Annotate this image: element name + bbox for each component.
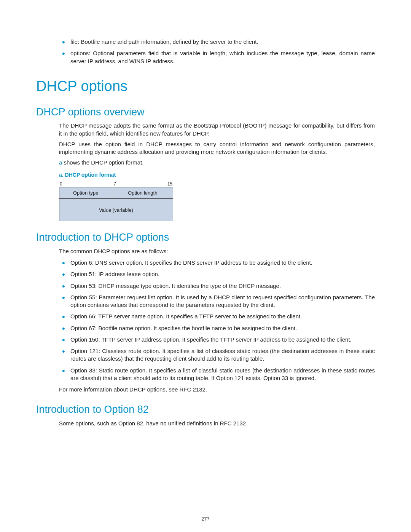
top-bullets: file: Bootfile name and path information… xyxy=(59,38,375,65)
list-item: Option 6: DNS server option. It specifie… xyxy=(59,259,375,267)
list-item: Option 121: Classless route option. It s… xyxy=(59,347,375,363)
list-item: Option 51: IP address lease option. xyxy=(59,270,375,278)
list-item: Option 66: TFTP server name option. It s… xyxy=(59,313,375,320)
diagram-ruler: 0 7 15 xyxy=(59,181,173,187)
list-item: Option 67: Bootfile name option. It spec… xyxy=(59,324,375,332)
paragraph: a shows the DHCP option format. xyxy=(59,159,375,166)
cell-option-length: Option length xyxy=(112,187,173,199)
overview-body: The DHCP message adopts the same format … xyxy=(59,122,375,166)
ruler-7: 7 xyxy=(113,181,116,187)
list-item: Option 55: Parameter request list option… xyxy=(59,294,375,309)
diagram-caption: a. DHCP option format xyxy=(59,171,375,179)
intro-options-body: The common DHCP options are as follows: … xyxy=(59,248,375,394)
top-bullet-block: file: Bootfile name and path information… xyxy=(59,38,375,65)
paragraph: For more information about DHCP options,… xyxy=(59,386,375,393)
heading-overview: DHCP options overview xyxy=(36,105,375,119)
option-82-body: Some options, such as Option 82, have no… xyxy=(59,420,375,427)
list-item: Option 33: Static route option. It speci… xyxy=(59,367,375,382)
option-format-diagram: 0 7 15 Option type Option length Value (… xyxy=(59,181,173,222)
paragraph: Some options, such as Option 82, have no… xyxy=(59,420,375,427)
heading-intro-options: Introduction to DHCP options xyxy=(36,230,375,244)
paragraph: DHCP uses the option field in DHCP messa… xyxy=(59,141,375,156)
paragraph: The common DHCP options are as follows: xyxy=(59,248,375,255)
list-item: Option 150: TFTP server IP address optio… xyxy=(59,336,375,343)
paragraph-text: shows the DHCP option format. xyxy=(62,159,143,166)
list-item: Option 53: DHCP message type option. It … xyxy=(59,282,375,290)
options-list: Option 6: DNS server option. It specifie… xyxy=(59,259,375,382)
heading-dhcp-options: DHCP options xyxy=(36,77,375,96)
page-number: 277 xyxy=(0,516,411,522)
cell-value: Value (variable) xyxy=(59,199,173,221)
diagram-table: Option type Option length Value (variabl… xyxy=(59,187,173,222)
list-item: file: Bootfile name and path information… xyxy=(59,38,375,46)
list-item: options: Optional parameters field that … xyxy=(59,50,375,65)
page: file: Bootfile name and path information… xyxy=(0,0,411,532)
cell-option-type: Option type xyxy=(59,187,112,199)
ruler-15: 15 xyxy=(167,181,172,187)
paragraph: The DHCP message adopts the same format … xyxy=(59,122,375,137)
ruler-0: 0 xyxy=(60,181,62,187)
heading-option-82: Introduction to Option 82 xyxy=(36,403,375,416)
